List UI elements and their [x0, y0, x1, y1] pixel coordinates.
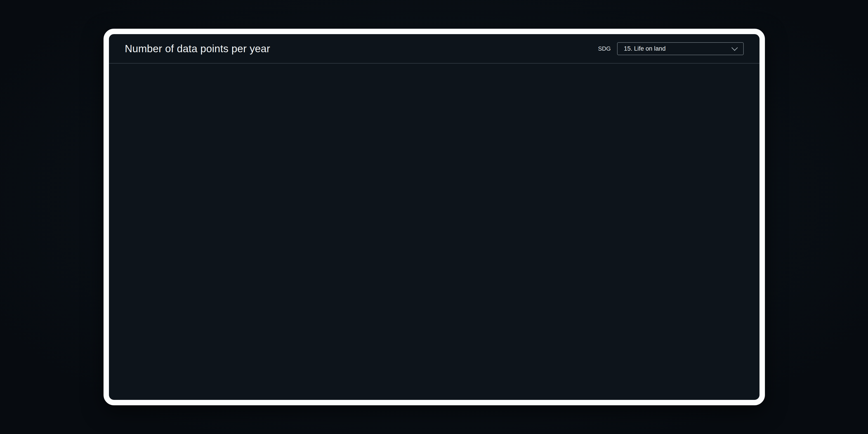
chart-area [109, 34, 760, 400]
panel: Number of data points per year SDG 15. L… [109, 34, 760, 400]
dashboard-card: Number of data points per year SDG 15. L… [103, 29, 765, 405]
